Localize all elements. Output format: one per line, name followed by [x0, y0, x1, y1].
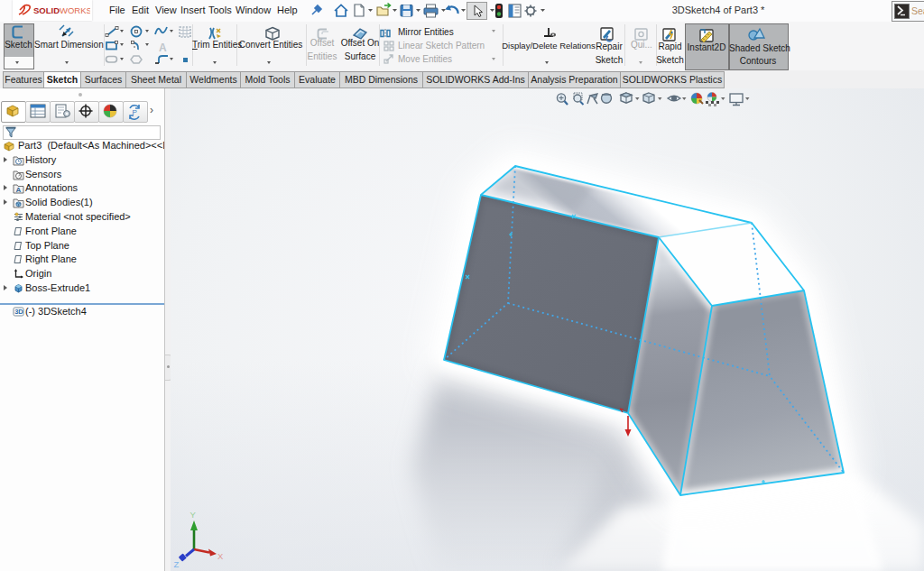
svg-text:A: A: [16, 186, 22, 194]
svg-text:A: A: [159, 41, 167, 54]
svg-text:X: X: [217, 551, 224, 561]
svg-text:SOLID: SOLID: [33, 5, 60, 15]
svg-text:WORKS: WORKS: [60, 5, 90, 15]
svg-text:3D: 3D: [14, 308, 23, 316]
svg-text:Y: Y: [190, 510, 197, 520]
svg-text:Z: Z: [174, 559, 180, 569]
